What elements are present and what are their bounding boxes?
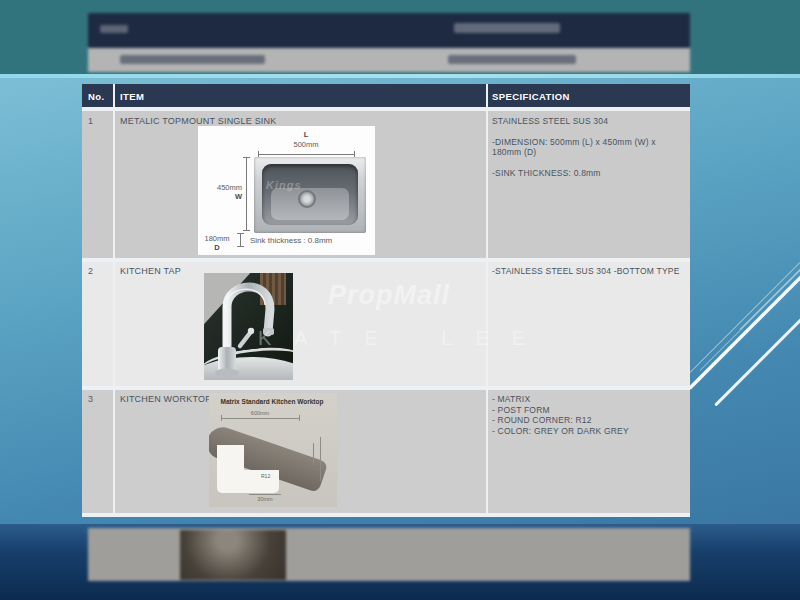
dimension-line (249, 494, 281, 495)
table-header-row: No. ITEM SPECIFICATION (82, 84, 690, 107)
sink-depth-value: 180mm (198, 234, 236, 243)
blurred-text (448, 55, 576, 64)
photo-watermark: Kings (266, 179, 302, 191)
row3-spec-text: - MATRIX - POST FORM - ROUND CORNER: R12… (492, 394, 687, 436)
next-slide-image (180, 530, 286, 580)
row1-spec-text: STAINLESS STEEL SUS 304 -DIMENSION: 500m… (492, 116, 678, 188)
row1-number: 1 (88, 116, 93, 126)
dimension-line (221, 418, 299, 419)
previous-slide-table-row (88, 48, 690, 72)
spec-line: - ROUND CORNER: R12 (492, 415, 687, 426)
propmall-watermark: PropMall (328, 280, 450, 311)
slide-boundary-line (0, 74, 800, 78)
next-slide-body (88, 528, 690, 581)
blurred-text (100, 25, 128, 33)
presentation-viewport: No. ITEM SPECIFICATION 1 METALIC TOPMOUN… (0, 0, 800, 600)
dimension-tick (237, 233, 244, 234)
sink-drain (298, 190, 316, 208)
dimension-line (313, 443, 314, 465)
spec-line: - MATRIX (492, 394, 687, 405)
blurred-text (454, 23, 560, 33)
column-divider-no-item (113, 84, 115, 517)
agent-name-watermark: KATE LEE (258, 327, 548, 350)
previous-slide-partial (0, 0, 800, 74)
dimension-tick (243, 230, 250, 231)
dimension-line (320, 437, 321, 481)
header-cell-no: No. (88, 91, 105, 102)
row3-item-title: KITCHEN WORKTOP (120, 394, 211, 404)
column-divider-item-spec (486, 84, 488, 517)
spec-line: -DIMENSION: 500mm (L) x 450mm (W) x 180m… (492, 137, 678, 158)
sink-width-value: 450mm (200, 183, 242, 192)
row2-item-title: KITCHEN TAP (120, 266, 181, 276)
spec-line: - POST FORM (492, 405, 687, 416)
blurred-text (120, 55, 265, 64)
dimension-line (258, 154, 354, 155)
worktop-bottom-dimension: 30mm (245, 496, 285, 502)
sink-photo: Kings (254, 157, 366, 233)
sink-length-value: 500mm (256, 140, 356, 149)
header-cell-item: ITEM (120, 91, 144, 102)
dimension-tick (221, 415, 222, 421)
sink-bowl (262, 164, 358, 225)
worktop-top-dimension: 600mm (221, 410, 299, 416)
row2-spec-text: -STAINLESS STEEL SUS 304 -BOTTOM TYPE (492, 266, 687, 277)
sink-diagram-image: L 500mm Kings 450mm W 180mm D Sink thick… (198, 126, 375, 255)
worktop-corner-label: R12 (261, 473, 270, 479)
previous-slide-table-header (88, 13, 690, 48)
row1-item-title: METALIC TOPMOUNT SINGLE SINK (120, 116, 276, 126)
sink-width-letter: W (200, 192, 242, 201)
header-cell-spec: SPECIFICATION (492, 91, 570, 102)
spec-line: - COLOR: GREY OR DARK GREY (492, 426, 687, 437)
spec-line: -SINK THICKNESS: 0.8mm (492, 168, 678, 179)
row2-number: 2 (88, 266, 93, 276)
table-bottom-edge (82, 513, 690, 517)
row3-number: 3 (88, 394, 93, 404)
sink-thickness-note: Sink thickness : 0.8mm (250, 236, 332, 245)
sink-length-letter: L (256, 130, 356, 139)
sink-depth-letter: D (198, 243, 236, 252)
worktop-title: Matrix Standard Kitchen Worktop (211, 398, 333, 405)
next-slide-partial (0, 524, 800, 600)
dimension-tick (299, 415, 300, 421)
dimension-tick (237, 246, 244, 247)
worktop-diagram-image: Matrix Standard Kitchen Worktop 600mm R1… (209, 393, 337, 507)
spec-line: STAINLESS STEEL SUS 304 (492, 116, 678, 127)
dimension-tick (243, 157, 250, 158)
dimension-line (240, 233, 241, 247)
dimension-line (246, 157, 247, 230)
spec-line: -STAINLESS STEEL SUS 304 -BOTTOM TYPE (492, 266, 687, 277)
